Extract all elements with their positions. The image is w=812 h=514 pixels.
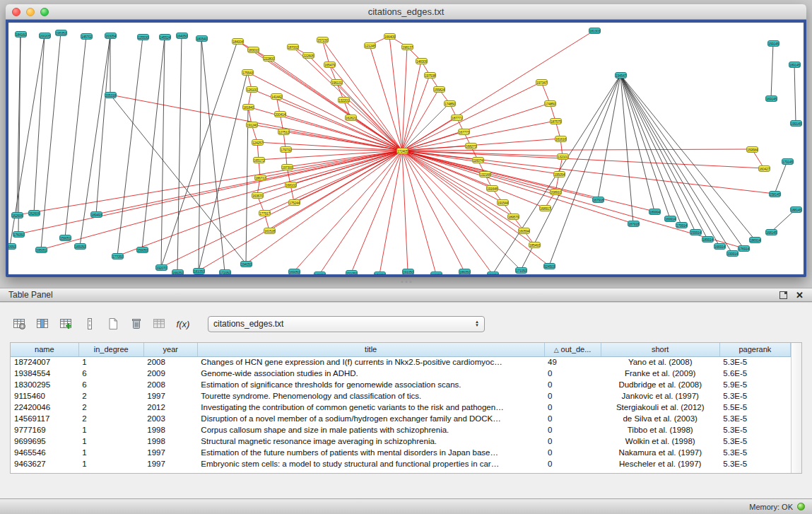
- graph-node[interactable]: 20020504: [39, 33, 51, 39]
- table-cell[interactable]: Yano et al. (2008): [601, 356, 719, 368]
- graph-node[interactable]: 16791842: [592, 197, 604, 203]
- graph-node[interactable]: 16691432: [714, 243, 726, 250]
- table-cell[interactable]: 18300295: [11, 379, 78, 390]
- graph-node[interactable]: 16405004: [176, 33, 188, 39]
- graph-node[interactable]: 19164612: [486, 185, 498, 192]
- graph-node[interactable]: 16547903: [324, 62, 336, 68]
- graph-node[interactable]: 15105034: [346, 270, 358, 274]
- graph-node[interactable]: 18605034: [459, 269, 471, 274]
- graph-node[interactable]: 18130304: [589, 28, 601, 34]
- table-cell[interactable]: Nakamura et al. (1997): [601, 447, 719, 458]
- table-cell[interactable]: Disruption of a novel member of a sodium…: [197, 413, 544, 424]
- table-cell[interactable]: 1998: [143, 424, 197, 436]
- graph-node[interactable]: 16152814: [264, 228, 276, 234]
- table-cell[interactable]: 19384554: [11, 368, 78, 379]
- graph-node[interactable]: 17485093: [544, 100, 556, 107]
- table-cell[interactable]: 22420046: [11, 402, 78, 413]
- graph-node[interactable]: 16505034: [74, 243, 86, 250]
- graph-node[interactable]: 19991432: [726, 250, 739, 257]
- table-row[interactable]: 1938455462009Genome-wide association stu…: [11, 368, 791, 379]
- table-cell[interactable]: 9463627: [11, 458, 78, 469]
- graph-node[interactable]: 19505134: [35, 247, 47, 253]
- graph-node[interactable]: 17973231: [280, 146, 292, 153]
- table-cell[interactable]: 0: [544, 390, 601, 402]
- table-row[interactable]: 969969511998Structural magnetic resonanc…: [11, 436, 791, 447]
- network-canvas[interactable]: 1724052718400432183010252228002417554300…: [8, 23, 804, 274]
- table-cell[interactable]: 2003: [143, 413, 197, 424]
- graph-node[interactable]: 19405034: [240, 261, 252, 267]
- graph-node[interactable]: 17791704: [259, 210, 271, 216]
- column-header-in_degree[interactable]: in_degree: [78, 343, 143, 356]
- row-tools-icon[interactable]: [81, 316, 98, 332]
- table-cell[interactable]: 6: [78, 379, 143, 390]
- table-mode-icon[interactable]: [11, 316, 28, 332]
- column-header-year[interactable]: year: [143, 343, 197, 356]
- new-table-icon[interactable]: [105, 316, 122, 332]
- graph-node[interactable]: 15905034: [136, 247, 148, 253]
- table-cell[interactable]: 14569117: [11, 413, 78, 424]
- graph-node[interactable]: 15582403: [433, 86, 445, 93]
- graph-node[interactable]: 19535204: [55, 30, 67, 36]
- graph-node[interactable]: 12425712: [252, 139, 264, 146]
- graph-node[interactable]: 16640910: [384, 33, 396, 40]
- graph-node[interactable]: 12610022: [246, 86, 258, 93]
- graph-node[interactable]: 17485083: [444, 100, 456, 107]
- delete-table-icon[interactable]: [128, 316, 145, 332]
- import-table-icon[interactable]: [151, 316, 168, 332]
- add-column-icon[interactable]: [58, 316, 75, 332]
- table-row[interactable]: 1456911722003Disruption of a novel membe…: [11, 413, 791, 424]
- graph-node[interactable]: 12124549: [364, 42, 376, 49]
- graph-node[interactable]: 17205034: [219, 269, 231, 274]
- table-cell[interactable]: 2: [78, 390, 143, 402]
- minimize-window-button[interactable]: [26, 8, 35, 16]
- table-cell[interactable]: Franke et al. (2009): [601, 368, 719, 379]
- graph-node[interactable]: 17105034: [515, 267, 527, 274]
- table-cell[interactable]: 5.3E-5: [719, 356, 790, 368]
- graph-node[interactable]: 16891742: [539, 205, 551, 211]
- table-cell[interactable]: Stergiakouli et al. (2012): [601, 402, 719, 413]
- column-header-name[interactable]: name: [11, 343, 78, 356]
- table-cell[interactable]: Jankovic et al. (1997): [601, 390, 719, 402]
- graph-node[interactable]: 17305034: [374, 271, 386, 274]
- graph-node[interactable]: 18400432: [232, 38, 244, 45]
- panel-divider-handle[interactable]: [401, 281, 411, 283]
- graph-node[interactable]: 16205034: [430, 271, 442, 274]
- graph-node[interactable]: 22280024: [263, 55, 275, 62]
- table-cell[interactable]: 0: [544, 424, 601, 436]
- table-cell[interactable]: 2008: [143, 356, 197, 368]
- graph-node[interactable]: 16042742: [758, 165, 770, 172]
- graph-node[interactable]: 16517223: [253, 157, 265, 163]
- table-cell[interactable]: 2: [78, 413, 143, 424]
- table-cell[interactable]: 9465546: [11, 447, 78, 458]
- table-cell[interactable]: 1997: [143, 390, 197, 402]
- table-cell[interactable]: Embryonic stem cells: a model to study s…: [197, 458, 544, 469]
- table-cell[interactable]: 5.3E-5: [719, 458, 790, 469]
- close-window-button[interactable]: [12, 8, 20, 16]
- column-header-out_de[interactable]: △out_de...: [544, 343, 601, 356]
- graph-node[interactable]: 18184058: [242, 104, 254, 110]
- graph-node[interactable]: 17691432: [738, 245, 750, 252]
- graph-node[interactable]: 19154409: [497, 199, 509, 206]
- table-row[interactable]: 977716911998Corpus callosum shape and si…: [11, 424, 791, 436]
- graph-node[interactable]: 15991432: [690, 229, 702, 235]
- table-cell[interactable]: 0: [544, 458, 601, 469]
- graph-node[interactable]: 19124057: [246, 122, 258, 128]
- graph-node[interactable]: 13216642: [479, 171, 491, 177]
- table-cell[interactable]: 2012: [143, 402, 197, 413]
- table-cell[interactable]: 0: [544, 379, 601, 390]
- graph-node[interactable]: 16260650: [11, 212, 23, 218]
- table-row[interactable]: 946554611997Estimation of the future num…: [11, 447, 791, 458]
- vertical-scrollbar[interactable]: [791, 343, 801, 473]
- graph-node[interactable]: 15914532: [767, 40, 779, 47]
- graph-node[interactable]: 18549312: [529, 242, 541, 248]
- graph-node[interactable]: 18914532: [789, 62, 801, 68]
- graph-node[interactable]: 26260650: [28, 210, 40, 216]
- graph-node[interactable]: 16827334: [465, 143, 477, 149]
- graph-node[interactable]: 19207034: [155, 264, 167, 271]
- graph-node[interactable]: 17605034: [13, 231, 25, 238]
- table-cell[interactable]: 5.9E-5: [719, 379, 790, 390]
- window-titlebar[interactable]: citations_edges.txt: [6, 4, 806, 20]
- graph-node[interactable]: 18957904: [507, 214, 519, 220]
- network-table-select[interactable]: citations_edges.txt ▲▼: [208, 316, 485, 332]
- show-columns-icon[interactable]: [35, 316, 52, 332]
